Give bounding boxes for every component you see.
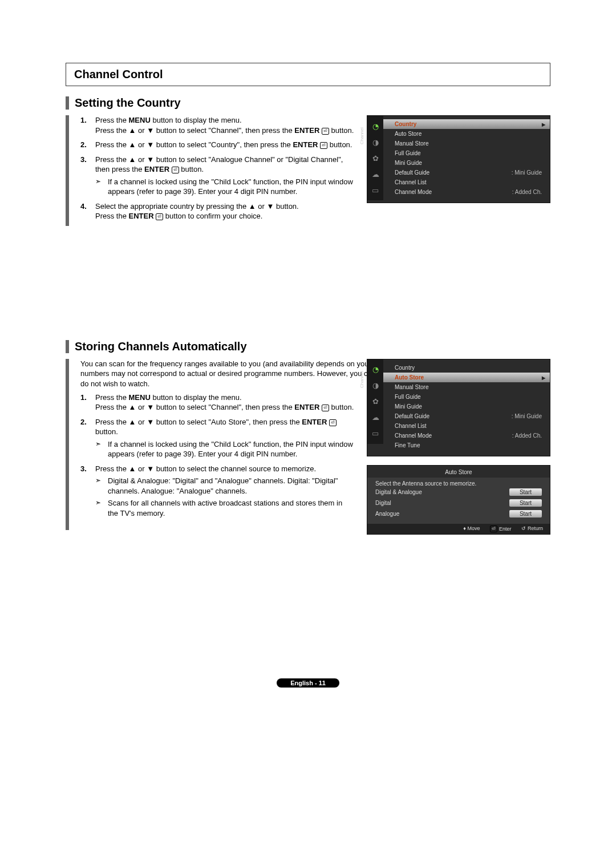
- heading-accent-bar: [66, 96, 69, 110]
- row-digital: Digital Start: [375, 498, 542, 508]
- enter-icon: [156, 213, 163, 220]
- osd-tab-label: Channel: [359, 371, 364, 388]
- osd-item-channel-mode[interactable]: Channel Mode: Added Ch.: [383, 187, 550, 197]
- section-side-bar: [66, 115, 69, 226]
- heading-accent-bar: [66, 340, 69, 353]
- section-heading: Storing Channels Automatically: [75, 340, 247, 353]
- channel-icon[interactable]: ◔: [371, 365, 380, 374]
- osd-item-channel-list[interactable]: Channel List: [383, 177, 550, 187]
- channel-icon[interactable]: ◔: [371, 122, 380, 131]
- step-3: Press the ▲ or ▼ button to select the ch…: [80, 464, 354, 519]
- step-4: Select the appropriate country by pressi…: [80, 201, 354, 221]
- section-setting-country: Setting the Country Press the MENU butto…: [66, 96, 550, 226]
- step-2-note: If a channel is locked using the "Child …: [95, 439, 354, 459]
- osd-tabs: ◔ ◑ ✿ ☁ ▭: [367, 116, 383, 200]
- osd-item-full-guide[interactable]: Full Guide: [383, 148, 550, 158]
- step-1: Press the MENU button to display the men…: [80, 393, 354, 413]
- osd-list: Country Auto Store Manual Store Full Gui…: [383, 359, 550, 456]
- page-number: English - 11: [277, 678, 339, 688]
- input-icon[interactable]: ▭: [371, 185, 380, 195]
- step-3: Press the ▲ or ▼ button to select "Analo…: [80, 155, 354, 197]
- start-button[interactable]: Start: [509, 488, 542, 496]
- osd-item-manual-store[interactable]: Manual Store: [383, 139, 550, 148]
- osd-menu-channel-2: Channel ◔ ◑ ✿ ☁ ▭ Country Auto Store Man…: [367, 359, 550, 456]
- osd-item-channel-mode[interactable]: Channel Mode: Added Ch.: [383, 431, 550, 440]
- picture-icon[interactable]: ◑: [371, 138, 380, 147]
- step-3-note-b: Scans for all channels with active broad…: [95, 498, 354, 518]
- steps-list: Press the MENU button to display the men…: [80, 393, 354, 519]
- step-1: Press the MENU button to display the men…: [80, 115, 354, 135]
- enter-icon: [320, 142, 327, 149]
- start-button[interactable]: Start: [509, 499, 542, 507]
- osd-item-mini-guide[interactable]: Mini Guide: [383, 402, 550, 411]
- dialog-footer: ♦ Move Enter ↺ Return: [367, 524, 550, 534]
- osd-list: Country Auto Store Manual Store Full Gui…: [383, 116, 550, 203]
- section-side-bar: [66, 359, 69, 530]
- steps-list: Press the MENU button to display the men…: [80, 115, 354, 221]
- osd-item-default-guide[interactable]: Default Guide: Mini Guide: [383, 411, 550, 421]
- hint-return: ↺ Return: [521, 525, 543, 532]
- start-button[interactable]: Start: [509, 510, 542, 518]
- page-title-box: Channel Control: [66, 63, 550, 86]
- osd-item-country[interactable]: Country: [383, 119, 550, 129]
- hint-move: ♦ Move: [463, 525, 480, 532]
- osd-item-full-guide[interactable]: Full Guide: [383, 392, 550, 402]
- step-3-note: If a channel is locked using the "Child …: [95, 177, 354, 197]
- osd-item-default-guide[interactable]: Default Guide: Mini Guide: [383, 168, 550, 177]
- osd-item-channel-list[interactable]: Channel List: [383, 421, 550, 431]
- osd-item-auto-store[interactable]: Auto Store: [383, 129, 550, 139]
- setup-icon[interactable]: ☁: [371, 413, 380, 422]
- dialog-title: Auto Store: [367, 469, 550, 478]
- picture-icon[interactable]: ◑: [371, 381, 380, 390]
- sound-icon[interactable]: ✿: [371, 397, 380, 406]
- page-title: Channel Control: [74, 68, 542, 81]
- section-storing-channels: Storing Channels Automatically You can s…: [66, 340, 550, 530]
- osd-item-country[interactable]: Country: [383, 363, 550, 373]
- osd-tabs: ◔ ◑ ✿ ☁ ▭: [367, 359, 383, 444]
- step-2: Press the ▲ or ▼ button to select "Count…: [80, 140, 354, 150]
- enter-icon: [329, 419, 337, 426]
- osd-item-fine-tune[interactable]: Fine Tune: [383, 440, 550, 450]
- setup-icon[interactable]: ☁: [371, 169, 380, 179]
- osd-item-manual-store[interactable]: Manual Store: [383, 382, 550, 392]
- row-analogue: Analogue Start: [375, 508, 542, 519]
- enter-icon: [490, 525, 497, 532]
- input-icon[interactable]: ▭: [371, 429, 380, 438]
- osd-auto-store-dialog: Auto Store Select the Antenna source to …: [367, 465, 550, 535]
- dialog-description: Select the Antenna source to memorize.: [375, 480, 542, 487]
- enter-icon: [172, 167, 179, 173]
- osd-menu-channel-1: Channel ◔ ◑ ✿ ☁ ▭ Country Auto Store Man…: [367, 115, 550, 203]
- osd-tab-label: Channel: [359, 127, 364, 144]
- osd-item-auto-store[interactable]: Auto Store: [383, 373, 550, 382]
- enter-icon: [322, 128, 329, 135]
- section-heading: Setting the Country: [75, 96, 181, 110]
- sound-icon[interactable]: ✿: [371, 153, 380, 163]
- osd-item-mini-guide[interactable]: Mini Guide: [383, 158, 550, 168]
- step-2: Press the ▲ or ▼ button to select "Auto …: [80, 417, 354, 459]
- hint-enter: Enter: [490, 525, 511, 532]
- row-digital-analogue: Digital & Analogue Start: [375, 487, 542, 498]
- step-3-note-a: Digital & Analogue: "Digital" and "Analo…: [95, 476, 354, 496]
- enter-icon: [322, 405, 329, 411]
